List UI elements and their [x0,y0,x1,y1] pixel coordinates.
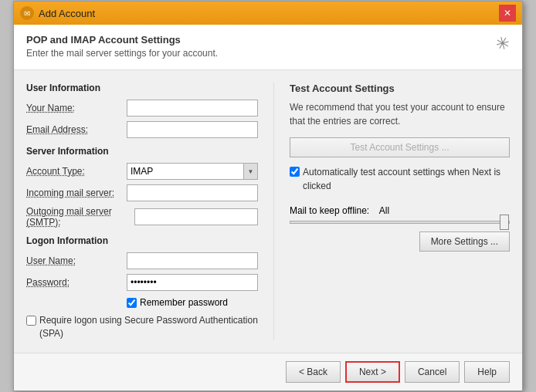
close-button[interactable]: ✕ [499,5,516,22]
right-panel: Test Account Settings We recommend that … [273,83,510,340]
auto-test-row: Automatically test account settings when… [290,165,510,193]
cancel-button[interactable]: Cancel [405,361,460,383]
app-icon: ✉ [20,6,34,20]
incoming-server-label: Incoming mail server: [26,188,127,198]
password-input[interactable] [127,274,258,291]
cursor-icon: ✳ [494,32,512,56]
password-label: Password: [26,277,127,288]
header-title: POP and IMAP Account Settings [26,34,218,46]
spa-label: Require logon using Secure Password Auth… [39,314,258,340]
username-row: User Name: [26,252,258,269]
account-type-select-wrapper[interactable]: IMAP POP3 ▼ [127,163,258,180]
your-name-row: Your Name: [26,100,258,117]
your-name-input[interactable] [127,100,258,117]
help-button[interactable]: Help [464,361,510,383]
email-input[interactable] [127,121,258,138]
account-type-row: Account Type: IMAP POP3 ▼ [26,163,258,180]
auto-test-checkbox[interactable] [290,167,300,177]
test-settings-desc: We recommend that you test your account … [290,100,510,128]
header-text: POP and IMAP Account Settings Enter the … [26,34,218,59]
titlebar: ✉ Add Account ✕ [14,2,522,25]
username-label: User Name: [26,255,127,266]
mail-offline-slider[interactable] [290,221,510,224]
account-type-label: Account Type: [26,166,127,177]
main-window: ✉ Add Account ✕ POP and IMAP Account Set… [13,1,523,391]
outgoing-server-input[interactable] [134,208,258,225]
mail-offline-section: Mail to keep offline: All [290,205,510,224]
left-panel: User Information Your Name: Email Addres… [26,83,258,340]
slider-container [290,221,510,224]
spa-checkbox[interactable] [26,316,36,326]
content-area: User Information Your Name: Email Addres… [14,70,522,353]
more-settings-row: More Settings ... [290,231,510,252]
next-button[interactable]: Next > [345,361,400,383]
user-info-section-title: User Information [26,83,258,93]
header-section: POP and IMAP Account Settings Enter the … [14,25,522,70]
email-label: Email Address: [26,124,127,135]
remember-password-checkbox[interactable] [127,298,137,308]
logon-info-section-title: Logon Information [26,235,258,246]
auto-test-label: Automatically test account settings when… [303,165,510,193]
incoming-server-input[interactable] [127,184,258,201]
more-settings-button[interactable]: More Settings ... [419,231,510,252]
account-type-select[interactable]: IMAP POP3 [127,164,243,179]
email-row: Email Address: [26,121,258,138]
test-settings-title: Test Account Settings [290,83,510,94]
header-subtitle: Enter the mail server settings for your … [26,48,218,59]
test-account-settings-button[interactable]: Test Account Settings ... [290,137,510,157]
spa-row: Require logon using Secure Password Auth… [26,314,258,340]
incoming-server-row: Incoming mail server: [26,184,258,201]
server-info-section-title: Server Information [26,146,258,157]
back-button[interactable]: < Back [286,361,341,383]
password-row: Password: [26,274,258,291]
remember-password-row: Remember password [127,297,258,308]
titlebar-left: ✉ Add Account [20,6,95,20]
select-arrow-icon: ▼ [243,164,257,179]
footer: < Back Next > Cancel Help [14,353,522,390]
outgoing-server-label: Outgoing mail server (SMTP): [26,206,134,228]
outgoing-server-row: Outgoing mail server (SMTP): [26,206,258,228]
your-name-label: Your Name: [26,103,127,113]
remember-password-label: Remember password [140,297,228,308]
username-input[interactable] [127,252,258,269]
window-title: Add Account [39,8,95,19]
